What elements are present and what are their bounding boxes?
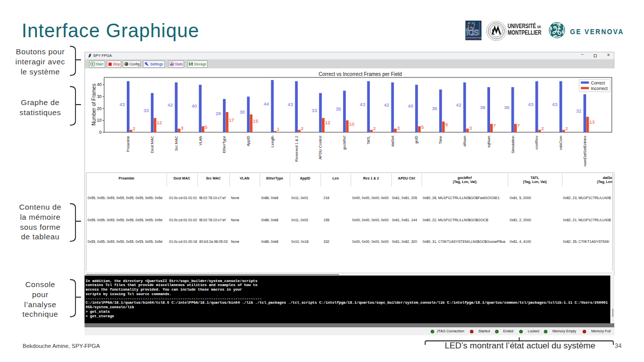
svg-text:28: 28 — [216, 111, 221, 116]
svg-text:9: 9 — [445, 122, 448, 127]
svg-text:3: 3 — [469, 125, 472, 131]
svg-text:TATL: TATL — [366, 136, 371, 144]
svg-text:Number of Frames: Number of Frames — [91, 83, 97, 125]
svg-text:7: 7 — [517, 123, 520, 128]
svg-text:3: 3 — [397, 125, 399, 131]
svg-text:goID: goID — [414, 135, 419, 143]
svg-text:1: 1 — [277, 126, 279, 132]
svg-text:Preamble: Preamble — [126, 136, 130, 152]
svg-text:fds: fds — [466, 26, 479, 37]
svg-text:42: 42 — [384, 102, 389, 108]
svg-text:Simulation: Simulation — [511, 136, 515, 153]
svg-text:43: 43 — [360, 102, 365, 107]
svg-text:43: 43 — [119, 102, 125, 107]
svg-text:43: 43 — [288, 102, 293, 107]
svg-text:40: 40 — [192, 103, 197, 109]
svg-text:datSet: datSet — [390, 135, 395, 147]
svg-text:3: 3 — [181, 125, 183, 131]
svg-text:ndsCom: ndsCom — [558, 136, 563, 150]
svg-text:EtherType: EtherType — [222, 136, 226, 153]
svg-text:38: 38 — [504, 105, 510, 110]
svg-text:38: 38 — [480, 105, 486, 110]
svg-text:42: 42 — [168, 102, 173, 108]
svg-text:Correct vs Incorrect Frames pe: Correct vs Incorrect Frames per Field — [318, 71, 402, 77]
svg-text:VLAN: VLAN — [198, 136, 203, 146]
svg-text:2: 2 — [541, 126, 544, 131]
svg-text:20: 20 — [97, 106, 102, 111]
svg-text:40: 40 — [408, 103, 414, 109]
svg-text:MONTPELLIER: MONTPELLIER — [466, 38, 482, 40]
svg-text:43: 43 — [552, 102, 557, 107]
svg-text:12: 12 — [157, 120, 163, 125]
svg-text:Time: Time — [438, 136, 443, 144]
svg-text:2: 2 — [566, 126, 568, 131]
svg-text:numDatSetEntries: numDatSetEntries — [583, 136, 587, 166]
svg-text:Length: Length — [270, 136, 275, 147]
svg-text:33: 33 — [312, 108, 317, 113]
svg-text:32: 32 — [576, 108, 582, 114]
svg-text:2: 2 — [301, 126, 303, 131]
svg-text:36: 36 — [432, 106, 437, 111]
svg-text:42: 42 — [456, 102, 461, 108]
svg-text:Reserved 1 & 2: Reserved 1 & 2 — [294, 136, 299, 162]
svg-text:5: 5 — [205, 124, 207, 130]
svg-text:30: 30 — [239, 109, 245, 115]
svg-text:13: 13 — [589, 119, 595, 125]
svg-text:10: 10 — [97, 118, 102, 123]
svg-text:43: 43 — [528, 102, 534, 107]
svg-text:33: 33 — [143, 108, 149, 113]
svg-text:7: 7 — [493, 123, 496, 128]
svg-text:Src MAC: Src MAC — [174, 135, 179, 151]
svg-text:5: 5 — [421, 124, 424, 130]
svg-text:30: 30 — [97, 94, 102, 99]
svg-text:confRev: confRev — [534, 136, 539, 150]
svg-text:Dest MAC: Dest MAC — [150, 135, 154, 153]
svg-text:sqNum: sqNum — [487, 136, 491, 148]
svg-text:0: 0 — [99, 130, 102, 135]
svg-text:10: 10 — [349, 121, 355, 127]
svg-text:Correct: Correct — [591, 80, 606, 85]
svg-text:APDU Control: APDU Control — [318, 136, 323, 159]
svg-text:AppID: AppID — [246, 135, 251, 146]
svg-text:2: 2 — [373, 126, 375, 131]
svg-text:Incorrect: Incorrect — [591, 86, 608, 91]
svg-text:stNum: stNum — [462, 136, 467, 147]
svg-text:12: 12 — [325, 120, 331, 125]
svg-text:40: 40 — [97, 82, 102, 87]
svg-text:35: 35 — [336, 106, 341, 112]
svg-text:2: 2 — [133, 126, 135, 131]
svg-text:15: 15 — [253, 118, 259, 124]
svg-text:44: 44 — [264, 101, 269, 107]
svg-text:gocbRef: gocbRef — [342, 135, 347, 150]
svg-text:17: 17 — [229, 117, 234, 123]
